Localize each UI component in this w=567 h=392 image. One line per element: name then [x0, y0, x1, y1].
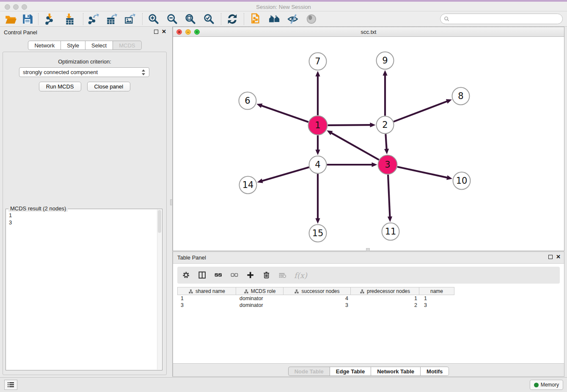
tab-motifs[interactable]: Motifs	[420, 367, 449, 376]
node-table[interactable]: shared nameMCDS rolesuccessor nodesprede…	[177, 287, 456, 309]
table-cell[interactable]: 3	[177, 302, 236, 309]
edge-3-1[interactable]	[331, 133, 379, 160]
zoom-fit-icon	[184, 13, 196, 25]
mcds-tab-content: Optimization criterion: strongly connect…	[3, 52, 167, 375]
column-header-predecessor-nodes[interactable]: predecessor nodes	[350, 287, 419, 295]
table-cell[interactable]: 1	[421, 295, 456, 302]
tab-node-table[interactable]: Node Table	[288, 367, 330, 376]
table-panel-title: Table Panel	[177, 254, 206, 261]
toolbar-separator	[244, 13, 244, 25]
add-column-button[interactable]	[246, 271, 255, 280]
graph-node-label-3: 3	[385, 160, 390, 170]
edge-2-3[interactable]	[385, 134, 386, 149]
edge-3-10[interactable]	[397, 167, 448, 178]
edge-2-8[interactable]	[394, 101, 448, 121]
memory-button[interactable]: Memory	[530, 380, 563, 390]
table-row[interactable]: 1dominator411	[177, 295, 456, 302]
zoom-in-button[interactable]	[147, 13, 160, 25]
edge-3-11[interactable]	[388, 174, 390, 217]
close-panel-button[interactable]: Close panel	[87, 82, 131, 91]
control-panel-float-icon[interactable]	[154, 30, 158, 34]
table-cell[interactable]: 3	[284, 302, 352, 309]
edge-arrow-1-2	[370, 123, 375, 127]
mcds-result-box: MCDS result (2 nodes) 1 3	[6, 209, 162, 370]
edge-4-14[interactable]	[261, 167, 309, 181]
graph-node-label-10: 10	[456, 176, 468, 186]
edge-arrow-2-3	[384, 149, 389, 154]
column-header-MCDS-role[interactable]: MCDS role	[236, 287, 284, 295]
table-cell[interactable]: 4	[284, 295, 352, 302]
zoom-fit-button[interactable]	[184, 13, 197, 25]
mcds-result-scrollbar[interactable]	[157, 210, 162, 370]
criterion-select[interactable]: strongly connected component	[19, 67, 149, 77]
network-resize-handle[interactable]	[366, 248, 370, 251]
import-network-icon	[44, 13, 56, 25]
columns-button[interactable]	[198, 271, 207, 280]
delete-column-button[interactable]	[262, 271, 271, 280]
edge-1-2[interactable]	[328, 125, 371, 125]
export-table-button[interactable]	[105, 13, 118, 25]
gear-icon	[182, 271, 191, 280]
import-table-button[interactable]	[63, 13, 76, 25]
hide-edges-button[interactable]	[287, 13, 300, 25]
delete-table-button	[278, 271, 287, 280]
task-list-icon	[7, 382, 14, 388]
open-file-button[interactable]	[4, 13, 17, 25]
mcds-result-list[interactable]: 1 3	[6, 210, 157, 370]
column-header-shared-name[interactable]: shared name	[177, 287, 236, 295]
select-all-button[interactable]	[214, 271, 223, 280]
vertical-splitter[interactable]	[170, 27, 173, 377]
tab-network[interactable]: Network	[28, 41, 61, 50]
refresh-layout-button[interactable]	[226, 13, 239, 25]
tab-network-table[interactable]: Network Table	[371, 367, 420, 376]
table-row[interactable]: 3dominator323	[177, 302, 456, 309]
network-window-titlebar[interactable]: ✕ − + scc.txt	[173, 27, 564, 37]
table-cell[interactable]: dominator	[236, 302, 284, 309]
tab-edge-table[interactable]: Edge Table	[330, 367, 371, 376]
graph-node-label-6: 6	[245, 96, 250, 106]
graph-node-label-15: 15	[312, 228, 324, 238]
column-header-successor-nodes[interactable]: successor nodes	[283, 287, 351, 295]
home-button[interactable]	[268, 13, 281, 25]
tab-select[interactable]: Select	[85, 41, 113, 50]
edge-arrow-3-10	[446, 175, 452, 180]
criterion-select-value: strongly connected component	[23, 69, 141, 75]
table-cell[interactable]: 2	[352, 302, 421, 309]
app-title: Session: New Session	[0, 4, 567, 10]
network-canvas[interactable]: 7968124314101511	[173, 37, 564, 251]
birds-eye-button[interactable]	[306, 13, 318, 25]
memory-status-icon	[534, 383, 539, 387]
table-panel-float-icon[interactable]	[548, 255, 553, 259]
gear-button[interactable]	[182, 271, 191, 280]
task-history-button[interactable]	[4, 380, 17, 390]
control-panel-close-icon[interactable]: ✕	[162, 30, 166, 34]
control-panel-tabs: NetworkStyleSelectMCDS	[0, 41, 170, 50]
export-network-button[interactable]	[87, 13, 100, 25]
run-mcds-button[interactable]: Run MCDS	[39, 82, 81, 91]
save-session-icon	[22, 13, 33, 25]
table-cell[interactable]: 1	[352, 295, 421, 302]
network-graph[interactable]: 7968124314101511	[173, 37, 564, 251]
table-panel-header: Table Panel ✕	[173, 252, 564, 263]
search-box[interactable]	[440, 14, 563, 24]
graph-node-label-4: 4	[315, 160, 320, 170]
table-panel-close-icon[interactable]: ✕	[556, 255, 561, 259]
table-cell[interactable]: dominator	[236, 295, 284, 302]
zoom-out-button[interactable]	[166, 13, 179, 25]
tab-style[interactable]: Style	[61, 41, 85, 50]
table-cell[interactable]: 3	[421, 302, 456, 309]
clone-network-button[interactable]	[250, 13, 262, 25]
column-header-name[interactable]: name	[419, 287, 454, 295]
tab-mcds[interactable]: MCDS	[113, 41, 141, 50]
zoom-out-icon	[166, 13, 178, 25]
deselect-all-button[interactable]	[230, 271, 239, 280]
table-cell[interactable]: 1	[177, 295, 236, 302]
export-image-button[interactable]	[124, 13, 136, 25]
sort-icon	[244, 289, 249, 294]
edge-1-6[interactable]	[261, 105, 308, 122]
app-titlebar: Session: New Session	[0, 0, 567, 11]
save-session-button[interactable]	[21, 13, 34, 25]
import-network-button[interactable]	[44, 13, 57, 25]
search-input[interactable]	[449, 16, 562, 22]
zoom-selected-button[interactable]	[203, 13, 215, 25]
